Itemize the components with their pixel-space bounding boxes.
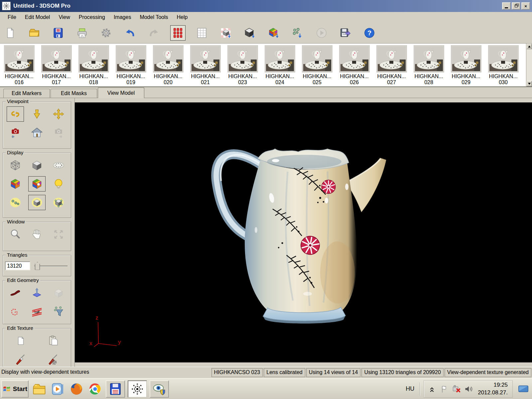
filmstrip-thumbnail[interactable]: HIGHKAN... 018 <box>76 45 111 86</box>
filmstrip-thumbnail[interactable]: HIGHKAN... 030 <box>486 45 520 86</box>
wireframe-display-button[interactable] <box>7 158 24 173</box>
repair-texture-button[interactable] <box>12 352 29 367</box>
show-desktop-button[interactable] <box>516 381 531 397</box>
tab-edit-markers[interactable]: Edit Markers <box>3 89 50 98</box>
view-thumbnails-button[interactable] <box>170 25 186 41</box>
copy-texture-button[interactable] <box>12 333 29 348</box>
redo-button[interactable] <box>146 25 162 41</box>
viewpoint-group-title: Viewpoint <box>6 98 30 104</box>
language-indicator[interactable]: HU <box>404 385 416 392</box>
title-bar[interactable]: Untitled - 3DSOM Pro × <box>0 0 532 12</box>
paste-texture-button[interactable] <box>45 333 62 348</box>
textured-display-button[interactable] <box>7 176 24 192</box>
start-button[interactable]: Start <box>1 380 29 398</box>
filmstrip-scrollbar[interactable] <box>526 44 532 86</box>
next-view-button[interactable] <box>50 125 67 140</box>
deform-geometry-button[interactable] <box>7 285 24 301</box>
menu-model-tools[interactable]: Model Tools <box>135 13 172 22</box>
open-button[interactable] <box>27 25 42 41</box>
menu-images[interactable]: Images <box>109 13 135 22</box>
base-disk-button[interactable] <box>50 158 67 173</box>
filmstrip-thumbnail[interactable]: HIGHKAN... 019 <box>114 45 148 86</box>
pinwheel-flower <box>322 180 335 194</box>
menu-file[interactable]: File <box>3 13 21 22</box>
triangles-slider[interactable] <box>34 262 69 270</box>
undo-button[interactable] <box>122 25 138 41</box>
view-image-list-button[interactable] <box>194 25 209 41</box>
tab-edit-masks[interactable]: Edit Masks <box>51 89 97 98</box>
scroll-down-button[interactable] <box>526 81 532 86</box>
tab-view-model[interactable]: View Model <box>98 87 144 98</box>
media-player-launcher[interactable] <box>50 381 66 397</box>
explorer-launcher[interactable] <box>31 381 47 397</box>
tray-device-button[interactable] <box>452 384 461 394</box>
filter-geometry-button[interactable] <box>50 304 67 319</box>
download-texture-button[interactable] <box>266 25 281 41</box>
show-surface-points-button[interactable] <box>50 195 67 210</box>
slider-thumb[interactable] <box>35 262 40 270</box>
tray-flag-button[interactable] <box>440 384 449 394</box>
tilt-view-button[interactable] <box>28 106 46 122</box>
tray-expand-button[interactable] <box>427 384 437 394</box>
triangles-input[interactable] <box>5 261 30 270</box>
print-button[interactable] <box>74 25 90 41</box>
extrude-geometry-button[interactable] <box>28 285 46 301</box>
thumbnail-number: 023 <box>225 79 260 85</box>
restore-button[interactable] <box>512 2 520 10</box>
3dsom-task-button[interactable] <box>128 380 147 398</box>
filmstrip-thumbnail[interactable]: HIGHKAN... 029 <box>449 45 483 86</box>
clock[interactable]: 19:25 2012.08.27. <box>476 381 509 397</box>
filmstrip-thumbnail[interactable]: HIGHKAN... 027 <box>374 45 409 86</box>
model-canvas[interactable]: z x y <box>75 102 532 362</box>
filmstrip-thumbnail[interactable]: HIGHKAN... 026 <box>337 45 371 86</box>
filmstrip-thumbnail[interactable]: HIGHKAN... 025 <box>300 45 334 86</box>
download-masks-button[interactable] <box>218 25 233 41</box>
repair-settings-texture-button[interactable] <box>45 352 62 367</box>
play-animation-button[interactable] <box>314 25 329 41</box>
export-model-button[interactable] <box>338 25 353 41</box>
menu-help[interactable]: Help <box>172 13 192 22</box>
filmstrip-thumbnail[interactable]: HIGHKAN... 024 <box>263 45 297 86</box>
new-document-button[interactable] <box>3 25 18 41</box>
solid-display-button[interactable] <box>28 158 46 173</box>
menu-processing[interactable]: Processing <box>74 13 109 22</box>
scroll-up-button[interactable] <box>526 44 532 49</box>
zoom-tool-button[interactable] <box>7 227 24 242</box>
download-wireframe-button[interactable] <box>242 25 257 41</box>
lighting-button[interactable] <box>50 176 67 192</box>
settings-button[interactable] <box>98 25 114 41</box>
filmstrip-thumbnail[interactable]: HIGHKAN... 023 <box>225 45 260 86</box>
pan-view-button[interactable] <box>50 106 67 122</box>
menu-view[interactable]: View <box>54 13 74 22</box>
chrome-launcher[interactable] <box>87 381 103 397</box>
drag-tool-button[interactable] <box>28 227 46 242</box>
cube-geometry-button[interactable] <box>50 285 67 301</box>
eye-viewer-task-button[interactable] <box>150 380 169 398</box>
download-points-button[interactable] <box>290 25 305 41</box>
show-surface-button[interactable] <box>28 195 46 210</box>
filmstrip-thumbnail[interactable]: HIGHKAN... 028 <box>412 45 446 86</box>
filmstrip-thumbnail[interactable]: HIGHKAN... 020 <box>151 45 185 86</box>
close-button[interactable]: × <box>521 2 530 10</box>
pitcher-model[interactable] <box>216 149 386 324</box>
lasso-geometry-button[interactable] <box>7 304 24 319</box>
view-textured-display-button[interactable] <box>28 176 46 192</box>
minimize-button[interactable] <box>502 2 511 10</box>
menu-edit-model[interactable]: Edit Model <box>21 13 55 22</box>
filmstrip-thumbnail[interactable]: HIGHKAN... 016 <box>2 45 36 86</box>
floppy-app-task-button[interactable] <box>106 380 125 398</box>
save-button[interactable] <box>51 25 66 41</box>
fit-window-button[interactable] <box>50 227 67 242</box>
tray-volume-button[interactable] <box>464 384 473 394</box>
viewport-3d[interactable]: z x y <box>75 98 532 367</box>
previous-view-button[interactable] <box>7 125 24 140</box>
home-view-button[interactable] <box>28 125 46 140</box>
filmstrip-thumbnail[interactable]: HIGHKAN... 017 <box>39 45 73 86</box>
firefox-icon <box>69 382 83 396</box>
help-button[interactable]: ? <box>362 25 377 41</box>
firefox-launcher[interactable] <box>68 381 84 397</box>
show-points-button[interactable] <box>7 195 24 210</box>
slice-geometry-button[interactable] <box>28 304 46 319</box>
filmstrip-thumbnail[interactable]: HIGHKAN... 021 <box>188 45 222 86</box>
rotate-view-button[interactable] <box>7 106 24 122</box>
